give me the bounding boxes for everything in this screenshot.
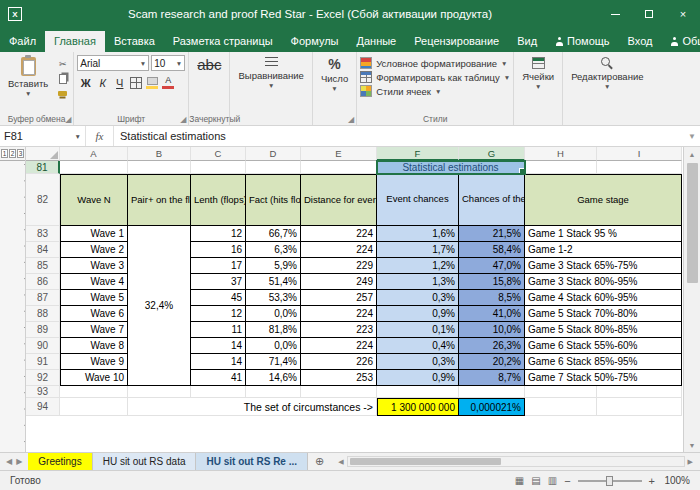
cell-distance[interactable]: 224 — [301, 226, 377, 242]
cell-distance[interactable]: 226 — [301, 354, 377, 370]
cell-chance[interactable]: 58,4% — [459, 242, 525, 258]
cell-chance[interactable]: 15,8% — [459, 274, 525, 290]
cell[interactable] — [525, 398, 597, 416]
cell-chance[interactable]: 21,5% — [459, 226, 525, 242]
cell-stage[interactable]: Game 4 Stack 60%-95% — [525, 290, 682, 306]
cell-chance[interactable]: 41,0% — [459, 306, 525, 322]
cell-header-event[interactable]: Event chances — [377, 174, 459, 226]
close-button[interactable]: × — [666, 0, 700, 28]
strikethrough-button[interactable]: abc — [192, 55, 226, 74]
cell[interactable] — [191, 161, 246, 174]
font-dialog-launcher[interactable]: ◢ — [180, 115, 186, 124]
cell[interactable] — [246, 386, 301, 398]
cell-event[interactable]: 1,7% — [377, 242, 459, 258]
cell-stage[interactable]: Game 6 Stack 55%-60% — [525, 338, 682, 354]
outline-level-3-button[interactable]: 3 — [17, 149, 24, 158]
row-header-84[interactable]: 84 — [26, 242, 60, 258]
minimize-button[interactable] — [598, 0, 632, 28]
cell[interactable] — [191, 386, 246, 398]
name-box[interactable]: F81 ▼ — [0, 126, 86, 146]
cell-wave[interactable]: Wave 6 — [60, 306, 128, 322]
cell-stage[interactable]: Game 5 Stack 80%-85% — [525, 322, 682, 338]
cell-fact[interactable]: 0,0% — [246, 306, 301, 322]
cell-event[interactable]: 0,3% — [377, 290, 459, 306]
cell-wave[interactable]: Wave 7 — [60, 322, 128, 338]
name-box-dropdown-arrow[interactable]: ▼ — [75, 133, 81, 140]
row-header-91[interactable]: 91 — [26, 354, 60, 370]
formula-bar-expand-button[interactable]: ▼ — [684, 126, 700, 146]
cell-wave[interactable]: Wave 5 — [60, 290, 128, 306]
cell-stage[interactable]: Game 3 Stack 65%-75% — [525, 258, 682, 274]
cell-chance[interactable]: 8,5% — [459, 290, 525, 306]
row-header-90[interactable]: 90 — [26, 338, 60, 354]
column-header-f[interactable]: F — [377, 147, 459, 161]
cell-stage[interactable]: Game 1 Stack 95 % — [525, 226, 682, 242]
cell-lenth[interactable]: 11 — [191, 322, 246, 338]
maximize-button[interactable] — [632, 0, 666, 28]
cell-stat-header[interactable]: Statistical estimations — [377, 161, 525, 174]
cell-fact[interactable]: 53,3% — [246, 290, 301, 306]
column-header-e[interactable]: E — [301, 147, 377, 161]
sheet-tab-data[interactable]: HU sit out RS data — [93, 453, 197, 470]
tab-help[interactable]: Помощь — [546, 31, 619, 52]
cell-chance[interactable]: 10,0% — [459, 322, 525, 338]
cell[interactable] — [60, 398, 128, 416]
tab-file[interactable]: Файл — [0, 31, 45, 52]
cell-header-chance[interactable]: Chances of the wave to appear — [459, 174, 525, 226]
cell[interactable] — [246, 161, 301, 174]
page-break-view-button[interactable]: ▥ — [548, 475, 557, 486]
page-layout-view-button[interactable]: ▤ — [531, 475, 540, 486]
conditional-formatting-button[interactable]: Условное форматирование▼ — [360, 57, 510, 69]
sheet-nav-left-arrow[interactable]: ◀ — [6, 457, 12, 466]
scroll-down-arrow[interactable]: ▼ — [684, 438, 700, 452]
share-button[interactable]: Общий доступ — [661, 31, 700, 52]
cell-chance[interactable]: 47,0% — [459, 258, 525, 274]
cell-distance[interactable]: 224 — [301, 306, 377, 322]
vertical-scrollbar[interactable]: ▲ ▼ — [683, 147, 700, 452]
column-header-d[interactable]: D — [246, 147, 301, 161]
format-painter-button[interactable] — [55, 87, 70, 100]
formula-input[interactable]: Statistical estimations — [114, 126, 684, 146]
cell-lenth[interactable]: 12 — [191, 226, 246, 242]
cell-event[interactable]: 1,3% — [377, 274, 459, 290]
row-header-92[interactable]: 92 — [26, 370, 60, 386]
insert-function-button[interactable]: fx — [86, 126, 114, 146]
cell-event[interactable]: 0,9% — [377, 306, 459, 322]
sheet-nav-right-arrow[interactable]: ▶ — [16, 457, 22, 466]
cell-fact[interactable]: 6,3% — [246, 242, 301, 258]
scroll-left-arrow[interactable]: ◀ — [335, 458, 346, 466]
copy-button[interactable] — [55, 72, 70, 85]
cell-wave[interactable]: Wave 2 — [60, 242, 128, 258]
cell-footer-value1[interactable]: 1 300 000 000 — [377, 398, 459, 416]
cell[interactable] — [459, 386, 525, 398]
zoom-slider[interactable] — [578, 480, 642, 482]
horizontal-scrollbar[interactable]: ◀ ▶ — [335, 455, 696, 468]
clipboard-dialog-launcher[interactable]: ◢ — [65, 115, 71, 124]
underline-button[interactable]: Ч — [113, 77, 126, 89]
row-header-93[interactable]: 93 — [26, 386, 60, 398]
cell-footer-value2[interactable]: 0,000021% — [459, 398, 525, 416]
italic-button[interactable]: К — [96, 77, 109, 89]
cell[interactable] — [597, 161, 682, 174]
fill-color-button[interactable] — [146, 77, 158, 89]
cell[interactable] — [301, 386, 377, 398]
zoom-level[interactable]: 100% — [662, 475, 690, 486]
outline-level-1-button[interactable]: 1 — [1, 149, 8, 158]
cell-wave[interactable]: Wave 10 — [60, 370, 128, 386]
cell-distance[interactable]: 253 — [301, 370, 377, 386]
row-header-88[interactable]: 88 — [26, 306, 60, 322]
cell-event[interactable]: 0,3% — [377, 354, 459, 370]
cell-event[interactable]: 1,2% — [377, 258, 459, 274]
column-header-g[interactable]: G — [459, 147, 525, 161]
format-as-table-button[interactable]: Форматировать как таблицу▼ — [360, 71, 510, 83]
cell-header-distance[interactable]: Distance for event to appear — [301, 174, 377, 226]
cell-fact[interactable]: 81,8% — [246, 322, 301, 338]
cell-lenth[interactable]: 16 — [191, 242, 246, 258]
zoom-in-button[interactable]: + — [649, 475, 655, 487]
cell-chance[interactable]: 26,3% — [459, 338, 525, 354]
row-header-83[interactable]: 83 — [26, 226, 60, 242]
cell-chance[interactable]: 8,7% — [459, 370, 525, 386]
paste-button[interactable]: Вставить ▼ — [3, 55, 53, 99]
normal-view-button[interactable]: ▦ — [515, 475, 524, 486]
row-header-87[interactable]: 87 — [26, 290, 60, 306]
